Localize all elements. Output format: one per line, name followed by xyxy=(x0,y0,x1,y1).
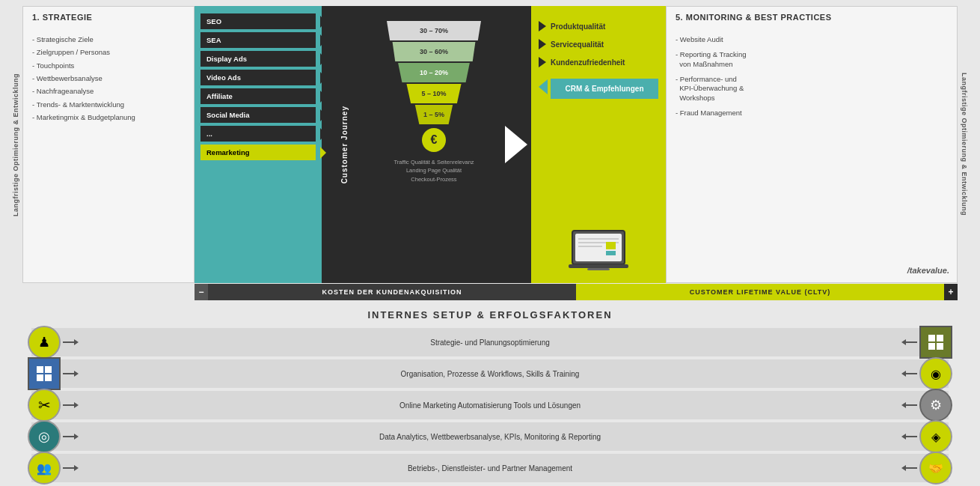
channel-panel: SEO SEA Display Ads Video Ads Affiliate … xyxy=(195,6,322,283)
channel-display[interactable]: Display Ads xyxy=(200,51,316,67)
left-side-label: Langfristige Optimierung & Entwicklung xyxy=(9,6,22,283)
strategy-list: - Strategische Ziele - Zielgruppen / Per… xyxy=(32,35,185,122)
bottom-row-5: 👥 Betriebs-, Dienstleister- und Partner … xyxy=(31,454,949,482)
row4-text: Data Analytics, Wettbewerbsanalyse, KPIs… xyxy=(31,433,949,441)
svg-rect-10 xyxy=(937,335,943,341)
svg-rect-5 xyxy=(606,242,616,249)
svg-rect-12 xyxy=(937,343,943,350)
channel-remarketing[interactable]: Remarketing xyxy=(200,145,316,160)
monitoring-item-2: - Reporting & Tracking von Maßnahmen xyxy=(676,50,948,69)
channel-sea[interactable]: SEA xyxy=(200,32,316,48)
cltv-bar: CUSTOMER LIFETIME VALUE (CLTV) xyxy=(576,284,944,300)
plus-icon: + xyxy=(944,284,958,300)
channel-arrow xyxy=(320,34,326,46)
crm-left-arrow xyxy=(539,79,548,94)
row5-text: Betriebs-, Dienstleister- und Partner Ma… xyxy=(31,464,949,473)
euro-symbol: € xyxy=(422,128,446,152)
row3-right-arrow xyxy=(901,402,917,408)
funnel-panel: 30 – 70% 30 – 60% 10 – 20% 5 – 10% 1 – 5… xyxy=(367,6,501,283)
channel-arrow xyxy=(320,72,326,84)
row1-left-arrow xyxy=(63,339,79,345)
right-side-label: Langfristige Optimierung & Entwicklung xyxy=(958,6,971,283)
list-item: - Strategische Ziele xyxy=(32,35,185,44)
row4-right-icon: ◈ xyxy=(919,420,952,453)
list-item: - Wettbewerbsanalyse xyxy=(32,74,185,83)
journey-label: Customer Journey xyxy=(340,106,349,183)
monitoring-panel: 5. MONITORING & BEST PRACTICES - Website… xyxy=(666,6,958,283)
channel-seo[interactable]: SEO xyxy=(200,13,316,29)
bottom-section: INTERNES SETUP & ERFOLGSFAKTOREN ♟ Strat… xyxy=(9,309,971,482)
list-item: - Zielgruppen / Personas xyxy=(32,48,185,57)
row1-right-arrow xyxy=(901,339,917,345)
main-container: Langfristige Optimierung & Entwicklung 1… xyxy=(0,0,980,486)
row1-left-icon: ♟ xyxy=(28,326,61,359)
bottom-rows: ♟ Strategie- und Planungsoptimierung xyxy=(31,328,949,482)
funnel-bar-1: 30 – 70% xyxy=(382,21,486,40)
cltv-arrow-icon xyxy=(539,57,546,67)
row1-text: Strategie- und Planungsoptimierung xyxy=(31,338,949,347)
row3-text: Online Marketing Automatisierung Tools u… xyxy=(31,401,949,410)
bottom-bar: − KOSTEN DER KUNDENAKQUISITION CUSTOMER … xyxy=(9,284,971,300)
cltv-item-2: Servicequalität xyxy=(539,39,658,49)
row5-right-icon: 🤝 xyxy=(919,452,952,485)
cost-bar: KOSTEN DER KUNDENAKQUISITION xyxy=(208,284,576,300)
row4-left-icon: ◎ xyxy=(28,420,61,453)
channel-dots[interactable]: ... xyxy=(200,126,316,142)
list-item: - Touchpoints xyxy=(32,61,185,70)
cltv-item-1: Produktqualität xyxy=(539,21,658,31)
crm-box: CRM & Empfehlungen xyxy=(551,79,658,99)
row3-right-icon: ⚙ xyxy=(919,389,952,422)
svg-rect-13 xyxy=(37,366,43,373)
monitoring-item-1: - Website Audit xyxy=(676,35,948,44)
row5-right-arrow xyxy=(901,465,917,471)
funnel-bar-2: 30 – 60% xyxy=(388,42,480,61)
row4-left-arrow xyxy=(63,434,79,440)
laptop-svg xyxy=(565,227,632,276)
svg-rect-7 xyxy=(569,264,628,268)
takevalue-logo: /takevalue. xyxy=(907,266,949,275)
channel-affiliate[interactable]: Affiliate xyxy=(200,88,316,104)
strategy-title: 1. STRATEGIE xyxy=(32,13,92,22)
top-section: Langfristige Optimierung & Entwicklung 1… xyxy=(9,6,971,283)
big-arrow xyxy=(501,6,531,283)
row2-text: Organisation, Prozesse & Workflows, Skil… xyxy=(31,370,949,378)
cltv-arrow-icon xyxy=(539,21,546,31)
channel-video[interactable]: Video Ads xyxy=(200,70,316,85)
bottom-row-2: Organisation, Prozesse & Workflows, Skil… xyxy=(31,359,949,388)
channel-arrow xyxy=(320,53,326,65)
big-arrow-shape xyxy=(505,126,527,163)
svg-rect-15 xyxy=(37,374,43,381)
list-item: - Trends- & Marktentwicklung xyxy=(32,100,185,109)
svg-rect-11 xyxy=(928,343,935,350)
funnel-bar-3: 10 – 20% xyxy=(394,63,474,82)
channel-arrow xyxy=(320,128,326,140)
list-item: - Marketingmix & Budgetplanung xyxy=(32,113,185,122)
monitoring-item-4: - Fraud Management xyxy=(676,109,948,118)
channel-arrow xyxy=(320,91,326,103)
monitoring-list: - Website Audit - Reporting & Tracking v… xyxy=(676,35,948,118)
crm-row: CRM & Empfehlungen xyxy=(539,75,658,99)
channel-arrow xyxy=(320,16,326,28)
row3-left-icon: ✂ xyxy=(28,389,61,422)
svg-rect-9 xyxy=(928,335,935,341)
row3-left-arrow xyxy=(63,402,79,408)
bottom-row-3: ✂ Online Marketing Automatisierung Tools… xyxy=(31,391,949,419)
row5-left-arrow xyxy=(63,465,79,471)
svg-rect-8 xyxy=(587,268,610,270)
svg-rect-14 xyxy=(45,366,52,373)
channel-social[interactable]: Social Media xyxy=(200,107,316,123)
bottom-row-4: ◎ Data Analytics, Wettbewerbsanalyse, KP… xyxy=(31,422,949,451)
row2-right-arrow xyxy=(901,371,917,377)
row2-right-icon: ◉ xyxy=(919,357,952,390)
row2-left-icon xyxy=(28,357,61,390)
cltv-panel: Produktqualität Servicequalität Kundenzu… xyxy=(531,6,666,283)
funnel-container: 30 – 70% 30 – 60% 10 – 20% 5 – 10% 1 – 5… xyxy=(382,21,486,124)
cltv-item-3: Kundenzufriedenheit xyxy=(539,57,658,67)
minus-icon: − xyxy=(195,284,208,300)
internes-setup-title: INTERNES SETUP & ERFOLGSFAKTOREN xyxy=(31,309,949,321)
laptop-icon xyxy=(539,227,658,276)
row4-right-arrow xyxy=(901,434,917,440)
svg-rect-6 xyxy=(606,251,616,255)
funnel-bar-5: 1 – 5% xyxy=(413,105,455,124)
row2-left-arrow xyxy=(63,371,79,377)
